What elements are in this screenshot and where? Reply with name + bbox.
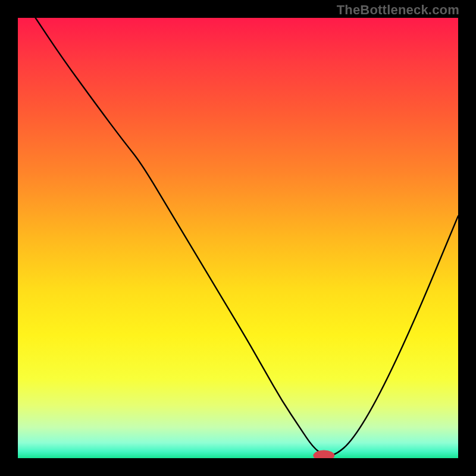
optimum-marker <box>313 450 334 458</box>
marker-layer <box>18 18 458 458</box>
chart-frame: TheBottleneck.com <box>0 0 476 476</box>
plot-area <box>18 18 458 458</box>
watermark-text: TheBottleneck.com <box>337 2 459 18</box>
